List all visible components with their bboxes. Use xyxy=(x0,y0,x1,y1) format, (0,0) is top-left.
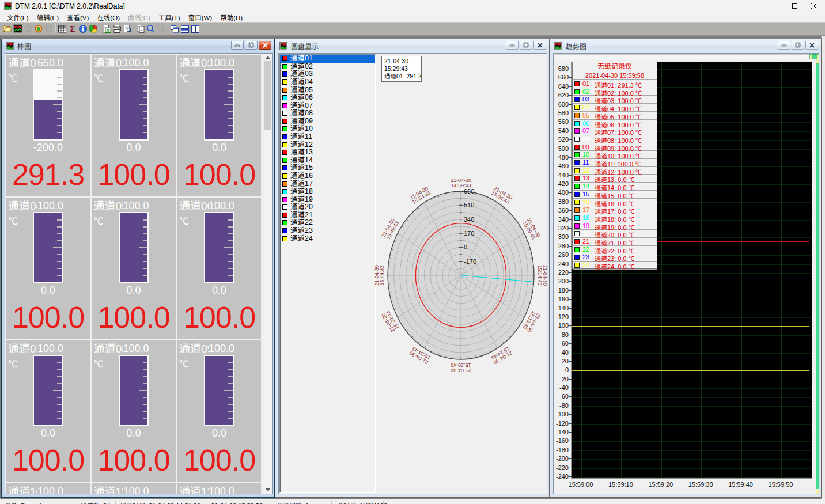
trend-y-tick xyxy=(569,131,572,131)
channel-list-item[interactable]: 通道07 xyxy=(280,101,375,109)
pie-chart-button[interactable] xyxy=(88,23,99,35)
bar-restore-button[interactable] xyxy=(245,41,258,50)
legend-channel-number: 11 xyxy=(582,159,589,166)
scroll-thumb[interactable] xyxy=(264,61,271,130)
channel-list-item[interactable]: 通道05 xyxy=(280,86,375,94)
record-pause-icon xyxy=(44,24,54,33)
channel-list-item[interactable]: 通道01 xyxy=(280,55,375,63)
trend-close-button[interactable] xyxy=(805,41,818,50)
minimize-button[interactable] xyxy=(766,0,785,12)
menu-item-1[interactable]: 文件(F) xyxy=(3,12,33,23)
trend-restore-button[interactable] xyxy=(792,41,804,50)
channel-list-label: 通道19 xyxy=(290,196,313,203)
bar-window-icon xyxy=(6,42,14,50)
trend-hscrollbar[interactable] xyxy=(555,54,818,59)
data-table-button[interactable] xyxy=(57,23,67,35)
channel-color-swatch xyxy=(282,181,287,187)
disk-close-button[interactable] xyxy=(533,41,546,50)
trend-hgridline xyxy=(572,353,811,354)
menu-item-4[interactable]: 在线(O) xyxy=(93,12,124,23)
tile-vertical-button[interactable] xyxy=(190,23,200,35)
channel-color-swatch xyxy=(282,220,287,225)
bar-close-button[interactable] xyxy=(259,41,271,50)
channel-list-item[interactable]: 通道16 xyxy=(280,172,375,180)
scale-max: 100.0 xyxy=(121,199,152,213)
print-button[interactable] xyxy=(112,23,122,35)
close-button[interactable] xyxy=(804,0,823,12)
channel-list-item[interactable]: 通道13 xyxy=(280,149,375,157)
vscroll-thumb[interactable] xyxy=(816,64,819,489)
trend-vgridline xyxy=(741,63,742,478)
channel-list-item[interactable]: 通道15 xyxy=(280,164,375,172)
trend-y-label: 140 xyxy=(554,305,569,312)
channel-list-item[interactable]: 通道17 xyxy=(280,180,375,188)
channel-list-item[interactable]: 通道11 xyxy=(280,133,375,141)
menu-item-7[interactable]: 窗口(W) xyxy=(184,12,217,23)
bar-tick xyxy=(224,390,233,391)
bar-minimize-button[interactable] xyxy=(231,41,244,50)
scroll-corner[interactable] xyxy=(816,54,819,59)
menu-item-5[interactable]: 曲线(C) xyxy=(124,12,154,23)
channel-list-item[interactable]: 通道10 xyxy=(280,125,375,133)
channel-list-item[interactable]: 通道14 xyxy=(280,157,375,165)
channel-list-item[interactable]: 通道12 xyxy=(280,141,375,149)
info-icon xyxy=(78,24,88,33)
menu-item-3[interactable]: 查看(V) xyxy=(63,12,93,23)
print-preview-button[interactable] xyxy=(122,23,133,35)
channel-list-item[interactable]: 通道06 xyxy=(280,94,375,102)
scroll-down-arrow[interactable] xyxy=(264,486,271,494)
channel-list-item[interactable]: 通道03 xyxy=(280,70,375,78)
statistics-sum-button[interactable]: Σ xyxy=(67,23,78,35)
trend-y-label: 660 xyxy=(554,74,569,81)
channel-list-item[interactable]: 通道23 xyxy=(280,227,375,235)
disk-minimize-button[interactable] xyxy=(506,41,519,50)
trend-y-tick xyxy=(569,77,572,78)
menu-item-6[interactable]: 工具(T) xyxy=(154,12,184,23)
record-stop-button[interactable] xyxy=(33,23,44,35)
bar-window-scrollbar[interactable] xyxy=(264,54,271,494)
channel-list-item[interactable]: 通道04 xyxy=(280,78,375,86)
legend-row-通道13: 13通道13: 0.0 ℃ xyxy=(573,175,657,183)
info-button[interactable] xyxy=(78,23,88,35)
trend-y-label: 180 xyxy=(554,287,569,294)
menu-item-8[interactable]: 帮助(H) xyxy=(216,12,247,23)
scale-max: 100.0 xyxy=(121,56,152,70)
bar-window-titlebar[interactable]: 棒图 xyxy=(2,39,274,52)
channel-list-item[interactable]: 通道19 xyxy=(280,195,375,203)
channel-list-item[interactable]: 通道09 xyxy=(280,118,375,126)
trend-minimize-button[interactable] xyxy=(778,41,790,50)
disk-window-titlebar[interactable]: 圆盘显示 xyxy=(275,39,549,52)
unit-label: ℃ xyxy=(179,213,189,228)
channel-list-item[interactable]: 通道08 xyxy=(280,109,375,118)
menu-item-2[interactable]: 编辑(E) xyxy=(33,12,63,23)
scale-max: 100.0 xyxy=(121,342,152,356)
channel-list-item[interactable]: 通道21 xyxy=(280,211,375,219)
channel-color-swatch xyxy=(282,158,287,163)
scale-max: 100.0 xyxy=(35,484,66,494)
vscroll-top-arrow[interactable] xyxy=(816,60,819,64)
channel-list-item[interactable]: 通道22 xyxy=(280,219,375,227)
realtime-data-button[interactable] xyxy=(13,23,23,35)
scale-max: 100.0 xyxy=(206,199,237,213)
export-excel-button[interactable]: X xyxy=(101,23,112,35)
legend-color-swatch xyxy=(574,255,580,260)
channel-list-item[interactable]: 通道24 xyxy=(280,234,375,242)
vscroll-bottom-arrow[interactable] xyxy=(816,490,819,494)
scale-min: 0.0 xyxy=(189,285,249,297)
channel-list-item[interactable]: 通道18 xyxy=(280,188,375,196)
trend-y-tick xyxy=(569,246,572,247)
tile-horizontal-button[interactable] xyxy=(180,23,190,35)
disk-restore-button[interactable] xyxy=(520,41,532,50)
channel-list-item[interactable]: 通道20 xyxy=(280,203,375,211)
bar-tick xyxy=(143,404,147,405)
channel-list-item[interactable]: 通道02 xyxy=(280,63,375,71)
scroll-up-arrow[interactable] xyxy=(264,54,271,61)
open-file-button[interactable] xyxy=(2,23,13,35)
zoom-button[interactable] xyxy=(146,23,156,35)
trend-window-titlebar[interactable]: 趋势图 xyxy=(550,39,821,52)
copy-button[interactable] xyxy=(135,23,146,35)
bar-tick xyxy=(143,132,147,133)
channel-list-label: 通道13 xyxy=(290,149,313,156)
maximize-button[interactable] xyxy=(785,0,804,12)
cascade-windows-button[interactable] xyxy=(169,23,180,35)
